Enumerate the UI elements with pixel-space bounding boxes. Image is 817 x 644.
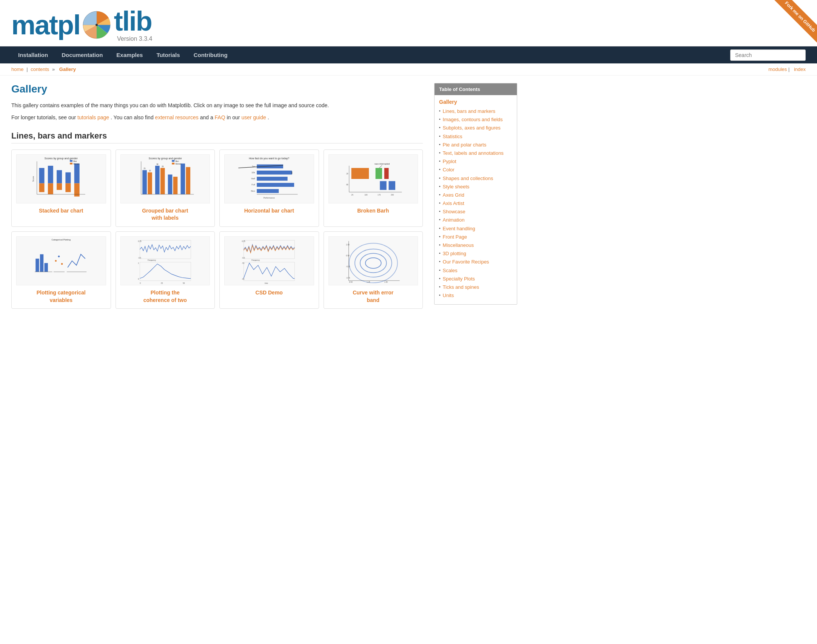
search-input[interactable]	[730, 49, 806, 61]
gallery-item-stacked-bar[interactable]: Scores by group and gender Score	[11, 149, 111, 227]
sidebar: Table of Contents Gallery Lines, bars an…	[434, 83, 517, 309]
breadcrumb-modules[interactable]: modules	[768, 66, 787, 72]
gallery-item-coherence[interactable]: 0.25 -0.5 1 0 0 25 50 Frequency Plotting…	[116, 231, 215, 309]
toc-item-color[interactable]: Color	[443, 166, 455, 173]
toc-item-recipes[interactable]: Our Favorite Recipes	[443, 259, 489, 265]
logo-wrapper: tlib Version 3.3.4	[113, 8, 152, 42]
svg-text:10k: 10k	[251, 171, 255, 174]
svg-rect-62	[388, 181, 395, 190]
gallery-item-broken-barh[interactable]: race interrupted	[324, 149, 423, 227]
breadcrumb-right: modules | index	[765, 66, 806, 72]
section-title-lines: Lines, bars and markers	[11, 131, 423, 143]
fork-ribbon-label: Fork me on GitHub	[774, 0, 817, 43]
gallery-item-categorical[interactable]: Categorical Plotting	[11, 231, 111, 309]
svg-text:100: 100	[364, 194, 367, 196]
svg-rect-9	[48, 183, 53, 194]
breadcrumb-home[interactable]: home	[11, 66, 24, 72]
toc-item-misc[interactable]: Miscellaneous	[443, 242, 474, 249]
svg-text:Frequency: Frequency	[148, 259, 156, 261]
svg-rect-20	[70, 163, 72, 165]
toc-box: Table of Contents Gallery Lines, bars an…	[434, 83, 517, 305]
gallery-label-csd-demo: CSD Demo	[224, 289, 314, 297]
breadcrumb-index[interactable]: index	[794, 66, 806, 72]
gallery-thumb-broken-barh: race interrupted	[328, 154, 418, 203]
gallery-item-error-band[interactable]: 1.00 0.50 -0.25 -0.75 0.50 1.25 1.50 Cur…	[324, 231, 423, 309]
gallery-thumb-categorical: Categorical Plotting	[16, 236, 106, 285]
svg-text:1.50: 1.50	[384, 281, 387, 283]
svg-text:30: 30	[156, 163, 159, 165]
fork-ribbon[interactable]: Fork me on GitHub	[764, 0, 817, 46]
gallery-thumb-coherence: 0.25 -0.5 1 0 0 25 50 Frequency	[120, 236, 210, 285]
toc-item-event[interactable]: Event handling	[443, 225, 475, 232]
svg-rect-72	[35, 259, 39, 272]
svg-rect-39	[172, 163, 174, 165]
svg-text:0: 0	[138, 278, 139, 280]
gallery-grid-lines: Scores by group and gender Score	[11, 149, 423, 309]
tutorials-link[interactable]: tutorials page	[77, 114, 109, 120]
svg-text:250: 250	[391, 194, 394, 196]
svg-rect-58	[351, 168, 369, 179]
svg-text:Score: Score	[32, 176, 34, 182]
svg-rect-12	[65, 172, 71, 183]
svg-rect-7	[39, 183, 45, 192]
svg-text:-0.25: -0.25	[346, 266, 350, 268]
svg-text:Scores by group and gender: Scores by group and gender	[148, 157, 182, 160]
toc-item-frontpage[interactable]: Front Page	[443, 234, 467, 240]
nav-examples[interactable]: Examples	[109, 46, 150, 63]
toc-item-showcase[interactable]: Showcase	[443, 208, 466, 215]
svg-rect-61	[380, 181, 386, 190]
toc-item-images[interactable]: Images, contours and fields	[443, 116, 503, 123]
nav-search-area	[730, 49, 806, 61]
main-layout: Gallery This gallery contains examples o…	[0, 75, 529, 316]
toc-item-specialty[interactable]: Specialty Plots	[443, 276, 475, 282]
toc-item-axis-artist[interactable]: Axis Artist	[443, 200, 464, 207]
gallery-thumb-grouped-bar: Scores by group and gender 21 20 3	[120, 154, 210, 203]
svg-rect-24	[148, 172, 152, 194]
nav-contributing[interactable]: Contributing	[187, 46, 234, 63]
svg-text:race interrupted: race interrupted	[374, 162, 390, 165]
toc-item-3d[interactable]: 3D plotting	[443, 250, 466, 257]
faq-link[interactable]: FAQ	[215, 114, 225, 120]
toc-item-text[interactable]: Text, labels and annotations	[443, 150, 504, 157]
logo-text-after: tlib	[114, 8, 152, 35]
svg-text:0.25: 0.25	[242, 240, 245, 242]
svg-rect-51	[257, 189, 279, 193]
toc-item-subplots[interactable]: Subplots, axes and figures	[443, 125, 501, 131]
toc-item-scales[interactable]: Scales	[443, 267, 458, 274]
toc-item-axes-grid[interactable]: Axes Grid	[443, 192, 464, 199]
svg-text:Performance: Performance	[264, 197, 275, 199]
breadcrumb-contents[interactable]: contents	[31, 66, 49, 72]
toc-item-shapes[interactable]: Shapes and collections	[443, 175, 493, 182]
svg-text:How fast do you want to go tod: How fast do you want to go today?	[249, 157, 289, 160]
toc-item-units[interactable]: Units	[443, 292, 454, 299]
user-guide-link[interactable]: user guide	[241, 114, 266, 120]
nav-tutorials[interactable]: Tutorials	[150, 46, 187, 63]
gallery-label-grouped-bar: Grouped bar chartwith labels	[120, 207, 210, 222]
toc-item-animation[interactable]: Animation	[443, 217, 465, 223]
gallery-item-csd-demo[interactable]: 0.25 -0.5 -51 -81 Frequency time CSD Dem…	[219, 231, 319, 309]
svg-text:-81: -81	[242, 278, 245, 280]
svg-text:0: 0	[140, 282, 141, 284]
toc-item-ticks[interactable]: Ticks and spines	[443, 284, 479, 291]
site-header: matpl tlib Version 3.3.4 Fork me on GitH…	[0, 0, 817, 46]
svg-text:5km: 5km	[251, 190, 255, 192]
svg-text:25: 25	[162, 165, 164, 167]
gallery-label-stacked-bar: Stacked bar chart	[16, 207, 106, 215]
page-description-1: This gallery contains examples of the ma…	[11, 101, 423, 109]
svg-rect-10	[57, 170, 62, 183]
svg-rect-29	[180, 163, 185, 194]
toc-item-statistics[interactable]: Statistics	[443, 133, 462, 140]
gallery-item-grouped-bar[interactable]: Scores by group and gender 21 20 3	[116, 149, 215, 227]
gallery-item-horizontal-bar[interactable]: How fast do you want to go today? 5m 10k…	[219, 149, 319, 227]
external-resources-link[interactable]: external resources	[155, 114, 199, 120]
toc-item-pie[interactable]: Pie and polar charts	[443, 142, 487, 148]
toc-item-style[interactable]: Style sheets	[443, 183, 470, 190]
toc-gallery-title[interactable]: Gallery	[439, 99, 512, 105]
nav-installation[interactable]: Installation	[11, 46, 55, 63]
toc-item-lines[interactable]: Lines, bars and markers	[443, 108, 495, 115]
content-area: Gallery This gallery contains examples o…	[11, 83, 423, 309]
page-description-2: For longer tutorials, see our tutorials …	[11, 113, 423, 122]
svg-text:Women: Women	[175, 163, 181, 165]
toc-item-pyplot[interactable]: Pyplot	[443, 158, 456, 165]
nav-documentation[interactable]: Documentation	[55, 46, 109, 63]
